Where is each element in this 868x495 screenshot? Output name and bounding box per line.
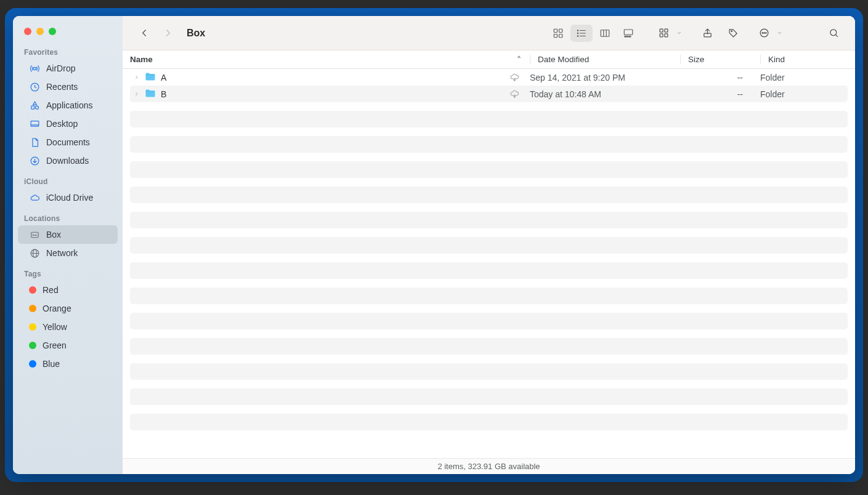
column-name-header[interactable]: Name ˄ (123, 55, 530, 65)
search-button[interactable] (823, 25, 844, 42)
sidebar-item-icloud-drive[interactable]: iCloud Drive (18, 188, 118, 207)
status-bar: 2 items, 323.91 GB available (123, 458, 855, 474)
disclosure-triangle-icon[interactable] (132, 74, 140, 81)
sidebar-item-label: Documents (46, 137, 90, 147)
sidebar-item-network[interactable]: Network (18, 244, 118, 262)
empty-row (130, 313, 848, 329)
tag-dot-icon (29, 360, 36, 368)
sidebar-section-label: Favorites (13, 41, 123, 59)
sidebar-item-recents[interactable]: Recents (18, 78, 118, 96)
svg-point-0 (33, 67, 36, 70)
window-minimize-button[interactable] (36, 28, 44, 35)
file-name: A (161, 73, 166, 82)
sidebar-section-label: Tags (13, 262, 123, 281)
view-columns-button[interactable] (594, 25, 616, 42)
download-icon (29, 155, 40, 166)
column-kind-label: Kind (768, 55, 785, 64)
svg-line-41 (835, 34, 838, 37)
file-kind: Folder (753, 73, 848, 82)
sidebar-item-label: AirDrop (46, 63, 75, 73)
svg-rect-28 (627, 36, 628, 37)
window-close-button[interactable] (24, 28, 31, 35)
column-date-header[interactable]: Date Modified (530, 55, 680, 64)
sidebar-item-tag-yellow[interactable]: Yellow (18, 318, 118, 336)
empty-row (130, 388, 848, 405)
folder-icon (145, 89, 156, 100)
sidebar-item-tag-blue[interactable]: Blue (18, 355, 118, 373)
cloud-download-icon[interactable] (509, 72, 520, 83)
empty-row (130, 262, 848, 279)
share-button[interactable] (697, 25, 718, 42)
cloud-download-icon[interactable] (509, 89, 520, 100)
svg-rect-14 (559, 29, 562, 32)
sidebar-item-tag-red[interactable]: Red (18, 281, 118, 299)
nav-forward-button[interactable] (157, 25, 178, 42)
svg-rect-26 (624, 30, 633, 34)
sidebar: FavoritesAirDropRecentsApplicationsDeskt… (13, 16, 123, 474)
sidebar-item-label: Recents (46, 82, 78, 92)
cloud-icon (29, 192, 40, 203)
file-size: -- (673, 73, 753, 82)
empty-row (130, 187, 848, 203)
empty-row (130, 288, 848, 304)
file-row[interactable]: ASep 14, 2021 at 9:20 PM--Folder (130, 69, 848, 86)
column-size-header[interactable]: Size (680, 55, 760, 64)
sidebar-item-airdrop[interactable]: AirDrop (18, 59, 118, 78)
sidebar-item-tag-green[interactable]: Green (18, 336, 118, 355)
tag-dot-icon (29, 323, 36, 331)
window-zoom-button[interactable] (49, 28, 56, 35)
sidebar-item-label: Blue (43, 359, 60, 369)
svg-point-35 (731, 31, 732, 32)
sidebar-item-label: Network (46, 248, 78, 258)
nav-back-button[interactable] (134, 25, 155, 42)
svg-rect-30 (660, 29, 663, 32)
file-row[interactable]: BToday at 10:48 AM--Folder (130, 86, 848, 102)
toolbar: Box (123, 16, 855, 50)
sidebar-item-desktop[interactable]: Desktop (18, 115, 118, 133)
sidebar-item-label: iCloud Drive (46, 193, 93, 203)
document-icon (29, 137, 40, 148)
file-date: Today at 10:48 AM (522, 89, 673, 99)
tag-dot-icon (29, 286, 36, 294)
actions-menu-button[interactable] (755, 25, 782, 42)
view-list-button[interactable] (570, 25, 593, 42)
sidebar-item-label: Orange (43, 304, 71, 313)
svg-rect-23 (601, 30, 609, 36)
empty-row (130, 111, 848, 127)
column-name-label: Name (130, 55, 153, 64)
sidebar-item-tag-orange[interactable]: Orange (18, 299, 118, 318)
sidebar-item-label: Green (43, 340, 67, 350)
disclosure-triangle-icon[interactable] (132, 91, 140, 98)
sidebar-item-downloads[interactable]: Downloads (18, 151, 118, 170)
svg-point-20 (577, 30, 578, 31)
airdrop-icon (29, 63, 40, 74)
file-kind: Folder (753, 89, 848, 99)
group-by-button[interactable] (654, 25, 682, 42)
tag-dot-icon (29, 342, 36, 349)
sidebar-item-label: Downloads (46, 156, 89, 166)
svg-point-22 (577, 35, 578, 36)
svg-rect-29 (630, 36, 631, 37)
view-gallery-button[interactable] (617, 25, 639, 42)
svg-rect-13 (554, 29, 557, 32)
folder-icon (145, 72, 156, 83)
svg-rect-33 (664, 34, 667, 37)
view-icons-button[interactable] (547, 25, 569, 42)
svg-rect-27 (625, 36, 626, 37)
network-icon (29, 247, 40, 259)
column-kind-header[interactable]: Kind (760, 55, 855, 64)
sidebar-item-applications[interactable]: Applications (18, 96, 118, 115)
sidebar-item-documents[interactable]: Documents (18, 133, 118, 151)
sidebar-item-label: Box (46, 230, 61, 239)
sidebar-item-label: Red (43, 285, 59, 295)
finder-window: FavoritesAirDropRecentsApplicationsDeskt… (13, 16, 855, 474)
file-list[interactable]: ASep 14, 2021 at 9:20 PM--FolderBToday a… (123, 69, 855, 458)
svg-point-37 (761, 33, 762, 33)
sidebar-item-box[interactable]: boxBox (18, 225, 118, 244)
sidebar-section-label: iCloud (13, 170, 123, 188)
clock-icon (29, 81, 40, 92)
empty-row (130, 338, 848, 355)
main-area: Box (123, 16, 855, 474)
tags-button[interactable] (723, 25, 744, 42)
svg-point-38 (763, 33, 764, 33)
